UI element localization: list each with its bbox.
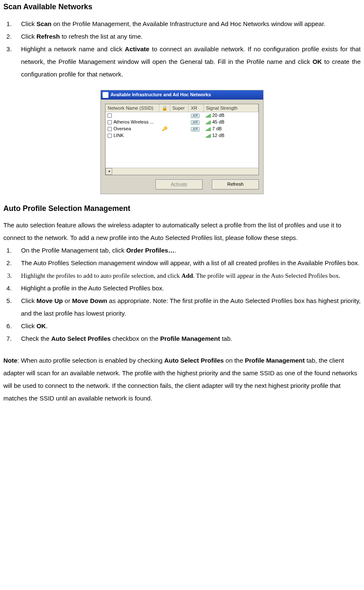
col-super[interactable]: Super bbox=[170, 104, 189, 112]
network-icon bbox=[108, 113, 112, 118]
networks-dialog: Available Infrastructure and Ad Hoc Netw… bbox=[100, 90, 264, 194]
scan-step-1: Click Scan on the Profile Management, th… bbox=[13, 18, 361, 30]
network-list[interactable]: Network Name (SSID) 🔒 Super XR Signal St… bbox=[105, 104, 259, 175]
col-signal[interactable]: Signal Strength bbox=[204, 104, 258, 112]
dialog-body: Network Name (SSID) 🔒 Super XR Signal St… bbox=[101, 100, 263, 194]
note-paragraph: Note: When auto profile selection is ena… bbox=[3, 354, 361, 405]
auto-step-4: Highlight a profile in the Auto Selected… bbox=[13, 282, 361, 295]
dialog-sys-icon bbox=[103, 92, 108, 98]
auto-profile-steps-list: On the Profile Management tab, click Ord… bbox=[3, 244, 361, 345]
col-lock[interactable]: 🔒 bbox=[159, 104, 170, 112]
signal-bars-icon bbox=[206, 134, 211, 138]
dialog-titlebar: Available Infrastructure and Ad Hoc Netw… bbox=[101, 90, 263, 100]
auto-step-7: Check the Auto Select Profiles checkbox … bbox=[13, 332, 361, 345]
activate-button[interactable]: Activate bbox=[156, 179, 203, 190]
horizontal-scrollbar[interactable]: ◂ bbox=[106, 168, 258, 175]
network-icon bbox=[108, 127, 112, 131]
col-ssid[interactable]: Network Name (SSID) bbox=[106, 104, 159, 112]
network-icon bbox=[108, 120, 112, 124]
network-row[interactable]: Atheros Wireless ... XR 45 dB bbox=[106, 119, 258, 126]
network-row[interactable]: Oversea 🔑 XR 7 dB bbox=[106, 126, 258, 132]
xr-badge: XR bbox=[191, 127, 200, 132]
auto-step-3: Highlight the profiles to add to auto pr… bbox=[13, 269, 361, 282]
network-rows: XR 20 dB Atheros Wireless ... XR 45 dB O… bbox=[106, 112, 258, 168]
auto-profile-intro: The auto selection feature allows the wi… bbox=[3, 219, 361, 244]
heading-scan-networks: Scan Available Networks bbox=[3, 3, 361, 12]
signal-bars-icon bbox=[206, 127, 211, 131]
scroll-left-arrow-icon[interactable]: ◂ bbox=[106, 168, 112, 175]
dialog-button-row: Activate Refresh bbox=[105, 179, 259, 190]
signal-bars-icon bbox=[206, 113, 211, 118]
col-xr[interactable]: XR bbox=[189, 104, 204, 112]
network-row[interactable]: LINK 12 dB bbox=[106, 132, 258, 139]
network-row[interactable]: XR 20 dB bbox=[106, 112, 258, 119]
scan-step-3: Highlight a network name and click Activ… bbox=[13, 43, 361, 81]
lock-icon: 🔑 bbox=[159, 126, 170, 131]
auto-step-1: On the Profile Management tab, click Ord… bbox=[13, 244, 361, 257]
dialog-title: Available Infrastructure and Ad Hoc Netw… bbox=[111, 92, 211, 97]
heading-auto-profile: Auto Profile Selection Management bbox=[3, 204, 361, 213]
scan-step-2: Click Refresh to refresh the list at any… bbox=[13, 30, 361, 43]
auto-step-5: Click Move Up or Move Down as appropriat… bbox=[13, 295, 361, 320]
xr-badge: XR bbox=[191, 120, 200, 125]
refresh-button[interactable]: Refresh bbox=[212, 179, 259, 190]
xr-badge: XR bbox=[191, 113, 200, 118]
column-headers: Network Name (SSID) 🔒 Super XR Signal St… bbox=[106, 104, 258, 112]
auto-step-6: Click OK. bbox=[13, 320, 361, 332]
auto-step-2: The Auto Profiles Selection management w… bbox=[13, 257, 361, 269]
scan-steps-list: Click Scan on the Profile Management, th… bbox=[3, 18, 361, 81]
network-icon bbox=[108, 134, 112, 138]
signal-bars-icon bbox=[206, 120, 211, 124]
